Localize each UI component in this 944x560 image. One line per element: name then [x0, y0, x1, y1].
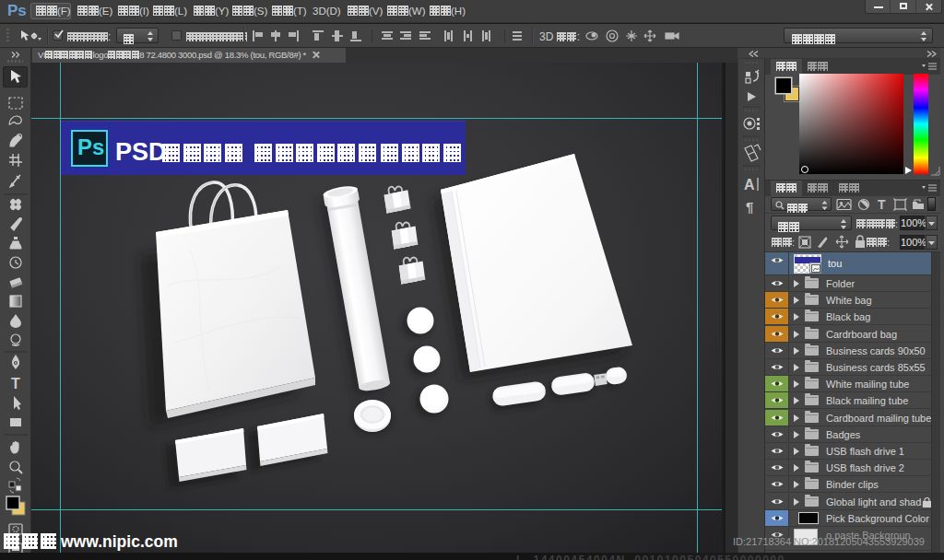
svg-text:T: T: [11, 376, 20, 391]
svg-text:A: A: [744, 177, 755, 192]
svg-text:T: T: [878, 198, 886, 211]
svg-text:¶: ¶: [746, 199, 753, 215]
